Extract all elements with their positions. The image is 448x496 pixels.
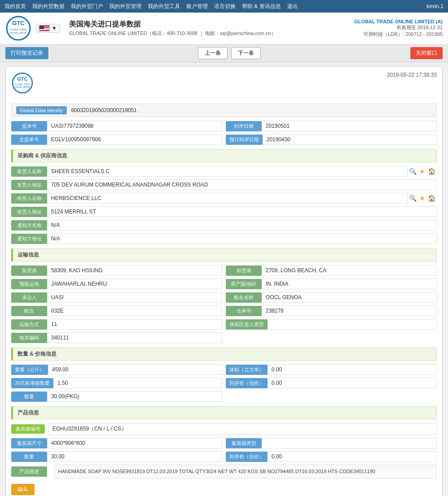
data-identity-value: 6003201905020000219051 — [71, 107, 137, 113]
quantity-row: 数量 30.00(PKG) — [11, 391, 437, 402]
consignee-star-btn[interactable]: ★ — [418, 195, 426, 202]
origin-country-label: 原产国/地区 — [226, 279, 262, 289]
top-action-bar: 打印预览记录 上一条 下一条 关闭窗口 — [0, 44, 448, 62]
bill-row: 提单号 UASI7797239098 到岸日期 20190501 — [11, 121, 437, 131]
arrival-date-value: 20190501 — [262, 121, 437, 131]
voyage-label: 航次 — [11, 306, 47, 316]
cargo-section: 磁头 BOX NO PRODUCT NAME CONSIGNEE ADDRESS… — [11, 484, 437, 496]
shipper-search-btn[interactable]: 🔍 — [408, 168, 418, 175]
volume-group: 体积（立方米） 0.00 — [226, 364, 437, 375]
supplier-section-header: 采购商 & 供应商信息 — [11, 149, 437, 162]
transport-mode-label: 运输方式 — [11, 319, 47, 330]
consignee-name-row: 收货人名称 HERBSCIENCE LLC 🔍 ★ 🏠 — [11, 193, 437, 204]
nav-help[interactable]: 帮助 & 资讯信息 — [242, 3, 281, 10]
notify-name-row: 通知方名称 N/A — [11, 220, 437, 231]
quantity-label: 数量 — [11, 392, 47, 402]
origin-country-group: 原产国/地区 IN, INDIA — [226, 278, 437, 289]
valid-until: 有效期至 2019-12-31 — [354, 24, 443, 31]
shipper-name-row: 发货人名称 SHEER ESSENTIALS C 🔍 ★ 🏠 — [11, 166, 437, 177]
shipper-home-btn[interactable]: 🏠 — [426, 168, 437, 175]
customs-code-label: 海关编码 — [11, 333, 47, 343]
landing-price-label: 到岸价（估价） — [226, 378, 267, 388]
master-bill-label: 主提单号 — [11, 135, 47, 145]
master-bill-value: EGLV100950097906 — [47, 134, 222, 145]
vessel-name-label: 船名名称 — [226, 292, 262, 303]
consignee-name-group: 收货人名称 HERBSCIENCE LLC 🔍 ★ 🏠 — [11, 193, 437, 204]
nav-account[interactable]: 账户管理 — [186, 3, 208, 10]
consignee-name-value: HERBSCIENCE LLC — [47, 193, 408, 204]
bonded-value — [267, 319, 437, 330]
shipper-name-value: SHEER ESSENTIALS C — [47, 166, 408, 177]
container-id-group: 集装箱编号 EGHU3291659（CN / L / CS） — [11, 423, 437, 435]
customs-code-value: 340111 — [47, 332, 222, 343]
carrier-vessel-row: 承运人 UASI 船名名称 OOCL GENOA — [11, 292, 437, 303]
origin-country-value: IN, INDIA — [262, 278, 437, 289]
weight-group: 重量（公斤） 459.00 — [11, 364, 222, 375]
nav-language[interactable]: 语言切换 — [214, 3, 236, 10]
discharge-port-value: 2709, LONG BEACH, CA — [262, 265, 437, 276]
top-prev-button[interactable]: 上一条 — [198, 47, 228, 59]
page-subtitle: GLOBAL TRADE ONLINE LIMITED（电话：400-710-3… — [69, 30, 354, 37]
container-size-label: 集装箱尺寸 — [11, 438, 47, 448]
weight-value: 459.00 — [48, 364, 222, 375]
master-bill-group: 主提单号 EGLV100950097906 — [11, 134, 222, 145]
carrier-group: 承运人 UASI — [11, 292, 222, 303]
loading-port-group: 装货港 58309, KAO HSIUNG — [11, 265, 222, 276]
top-next-button[interactable]: 下一条 — [231, 47, 261, 59]
top-close-button[interactable]: 关闭窗口 — [410, 47, 443, 59]
nav-home[interactable]: 我的首页 — [4, 3, 26, 10]
svg-text:GTC: GTC — [17, 76, 27, 82]
consignee-home-btn[interactable]: 🏠 — [426, 195, 437, 202]
consignee-addr-label: 收货人地址 — [11, 207, 47, 217]
bonded-group: 保税区进入类型 — [226, 319, 437, 330]
main-content: GTC GLOBAL TRADE ONLINE LIMITED 2019-05-… — [5, 66, 443, 496]
consignee-addr-group: 收货人地址 5124 MERRILL ST — [11, 206, 437, 217]
doc-timestamp: 2019-05-22 17:38:33 — [387, 72, 437, 78]
consignee-search-btn[interactable]: 🔍 — [408, 195, 418, 202]
transport-dest-value: JAWAHARLAL NEHRU — [47, 278, 222, 289]
shipper-star-btn[interactable]: ★ — [418, 168, 426, 175]
product-desc-label: 产品描述 — [11, 466, 47, 477]
page-title: 美国海关进口提单数据 — [69, 20, 354, 29]
container-size-value: 4000*906*800 — [47, 438, 222, 448]
arrival-date-group: 到岸日期 20190501 — [226, 121, 437, 131]
nav-foreign-tools[interactable]: 我的外贸工具 — [148, 3, 180, 10]
product-count-label: 数量 — [11, 452, 47, 462]
transport-dest-label: 预装运地 — [11, 279, 47, 289]
loading-port-label: 装货港 — [11, 265, 47, 276]
volume-label: 体积（立方米） — [226, 365, 267, 375]
discharge-port-label: 卸货港 — [226, 265, 262, 276]
master-bill-row: 主提单号 EGLV100950097906 预计到岸日期 20190430 — [11, 134, 437, 145]
container-size-type-row: 集装箱尺寸 4000*906*800 集装箱类型 — [11, 438, 437, 448]
notify-addr-label: 通知方地址 — [11, 234, 47, 244]
notify-addr-row: 通知方地址 N/A — [11, 233, 437, 244]
container-type-label: 集装箱类型 — [226, 438, 262, 448]
cargo-label-btn[interactable]: 磁头 — [11, 484, 34, 495]
shipper-name-label: 发货人名称 — [11, 166, 47, 177]
vessel-name-value: OOCL GENOA — [262, 292, 437, 303]
transport-mode-row: 运输方式 11 保税区进入类型 — [11, 319, 437, 330]
top-print-button[interactable]: 打印预览记录 — [5, 47, 48, 59]
nav-logout[interactable]: 退出 — [287, 3, 298, 10]
transport-mode-value: 11 — [47, 319, 222, 330]
container-type-value — [262, 438, 437, 448]
nav-trade-data[interactable]: 我的外贸数据 — [32, 3, 65, 10]
product-landing-label: 到岸价（估价） — [226, 452, 267, 462]
nav-foreign-portal[interactable]: 我的外贸门户 — [71, 3, 103, 10]
consignee-addr-value: 5124 MERRILL ST — [47, 206, 437, 217]
est-arrival-group: 预计到岸日期 20190430 — [226, 134, 437, 145]
consignee-name-label: 收货人名称 — [11, 193, 47, 204]
product-desc-row: 产品描述 HANDMADE SOAP INV NO5E9931819 DT12.… — [11, 465, 437, 481]
container20-label: 20尺标准箱数量 — [11, 378, 53, 388]
top-nav-links: 我的首页 我的外贸数据 我的外贸门户 我的外贸管理 我的外贸工具 账户管理 语言… — [4, 3, 298, 10]
nav-foreign-manage[interactable]: 我的外贸管理 — [109, 3, 142, 10]
landing-price-group: 到岸价（估价） 0.00 — [226, 378, 437, 388]
shipper-name-group: 发货人名称 SHEER ESSENTIALS C 🔍 ★ 🏠 — [11, 166, 437, 177]
account-info: GLOBAL TRADE ONLINE LIMITED (A) 有效期至 201… — [354, 19, 443, 38]
transport-mode-group: 运输方式 11 — [11, 319, 222, 330]
product-count-group: 数量 30.00 — [11, 451, 222, 462]
language-selector[interactable]: ▼ — [36, 24, 60, 33]
quantity-group: 数量 30.00(PKG) — [11, 391, 222, 402]
product-count-value: 30.00 — [47, 451, 222, 462]
volume-value: 0.00 — [267, 364, 437, 375]
